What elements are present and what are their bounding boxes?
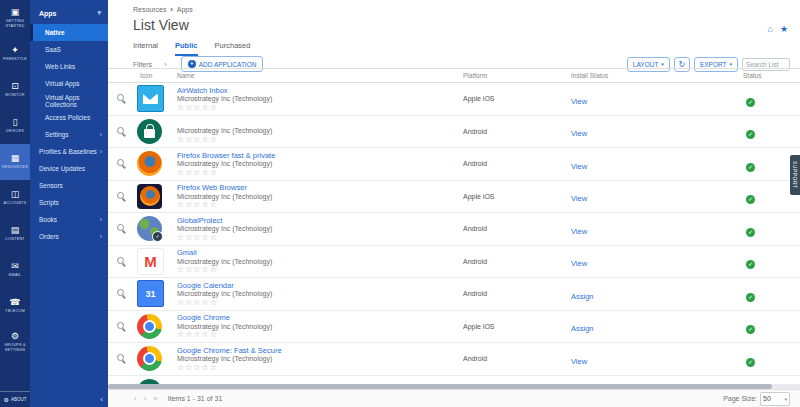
tab[interactable]: Purchased [215, 41, 251, 56]
install-status-link[interactable]: View [566, 162, 587, 171]
install-status-link[interactable]: View [566, 227, 587, 236]
app-name-link[interactable]: Firefox Web Browser [177, 183, 458, 192]
status-ok-icon: ✓ [746, 130, 755, 139]
rail-item-label: TELECOM [5, 309, 25, 314]
rail-item[interactable]: ⊡ MONITOR [0, 72, 30, 108]
chrome-icon [137, 346, 162, 371]
platform-column-header[interactable]: Platform [458, 72, 566, 79]
install-status-link[interactable]: View [566, 259, 587, 268]
breadcrumb-root[interactable]: Resources [133, 6, 166, 13]
row-magnifier-icon[interactable] [115, 256, 126, 267]
status-ok-icon: ✓ [746, 293, 755, 302]
app-name-link[interactable]: GlobalProtect [177, 216, 458, 225]
page-next-icon[interactable]: › [144, 394, 147, 403]
nav-item-label: Web Links [45, 63, 75, 70]
rail-item[interactable]: ⚙ GROUPS & SETTINGS [0, 324, 30, 360]
page-size-select[interactable]: 50 ▾ [760, 392, 790, 406]
nav-item[interactable]: Sensors [30, 177, 108, 194]
app-vendor: Microstrategy Inc (Technology) [177, 127, 458, 136]
nav-item[interactable]: Native [30, 24, 108, 41]
rail-item-icon: ✦ [11, 46, 19, 55]
rail-item[interactable]: ◫ ACCOUNTS [0, 180, 30, 216]
nav-item[interactable]: SaaS [30, 41, 108, 58]
rail-item-icon: ⊡ [11, 82, 19, 91]
about-button[interactable]: ⚙ ABOUT [0, 391, 30, 407]
nav-item[interactable]: Virtual Apps [30, 75, 108, 92]
app-vendor: Microstrategy Inc (Technology) [177, 193, 458, 202]
rail-item[interactable]: ▤ CONTENT [0, 216, 30, 252]
filters-toggle[interactable]: Filters [133, 61, 152, 68]
breadcrumb-current[interactable]: Apps [177, 6, 193, 13]
nav-item[interactable]: Virtual Apps Collections [30, 92, 108, 109]
row-magnifier-icon[interactable] [115, 223, 126, 234]
layout-label: LAYOUT [633, 61, 659, 68]
install-status-link[interactable]: View [566, 97, 587, 106]
install-status-column-header[interactable]: Install Status [566, 72, 738, 79]
install-status-link[interactable]: View [566, 357, 587, 366]
nav-item[interactable]: Device Updates [30, 160, 108, 177]
nav-item[interactable]: Profiles & Baselines › [30, 143, 108, 160]
favorite-star-icon[interactable]: ★ [780, 24, 788, 34]
chevron-down-icon: ▾ [661, 61, 664, 67]
row-magnifier-icon[interactable] [115, 288, 126, 299]
nav-item[interactable]: Scripts [30, 194, 108, 211]
rail-item[interactable]: ✉ EMAIL [0, 252, 30, 288]
nav-item[interactable]: Web Links [30, 58, 108, 75]
app-platform: Apple iOS [458, 323, 566, 330]
nav-section-apps[interactable]: Apps ▾ [30, 0, 108, 24]
page-prev-icon[interactable]: ‹ [134, 394, 137, 403]
app-name-link[interactable] [177, 118, 458, 127]
home-icon[interactable]: ⌂ [767, 24, 772, 34]
page-last-icon[interactable]: » [153, 394, 157, 403]
chevron-right-icon: › [100, 131, 102, 138]
row-magnifier-icon[interactable] [115, 191, 126, 202]
row-magnifier-icon[interactable] [115, 353, 126, 364]
app-rating-stars: ☆☆☆☆☆ [177, 234, 458, 242]
panel-collapse-icon[interactable]: ‹ [100, 395, 103, 404]
rail-item-label: DEVICES [6, 129, 24, 134]
airwatch-inbox-icon [137, 85, 164, 112]
install-status-link[interactable]: View [566, 194, 587, 203]
app-platform: Apple iOS [458, 193, 566, 200]
app-name-link[interactable]: Google Chrome [177, 313, 458, 322]
nav-item[interactable]: Access Policies [30, 109, 108, 126]
app-vendor: Microstrategy Inc (Technology) [177, 95, 458, 104]
row-magnifier-icon[interactable] [115, 93, 126, 104]
rail-item[interactable]: ☎ TELECOM [0, 288, 30, 324]
status-column-header[interactable]: Status [738, 72, 800, 79]
app-name-link[interactable]: Firefox Browser fast & private [177, 151, 458, 160]
chevron-down-icon: ▾ [784, 396, 787, 402]
app-name-link[interactable]: AirWatch Inbox [177, 86, 458, 95]
quick-actions: ⌂ ★ [767, 24, 788, 34]
rail-item[interactable]: ▦ RESOURCES [0, 144, 30, 180]
rail-item-label: GETTING STARTED [1, 19, 29, 28]
app-platform: Android [458, 258, 566, 265]
app-name-link[interactable]: Google Chrome: Fast & Secure [177, 346, 458, 355]
breadcrumb: Resources › Apps [133, 6, 193, 13]
icon-column-header[interactable]: Icon [132, 72, 172, 79]
install-status-link[interactable]: View [566, 129, 587, 138]
status-ok-icon: ✓ [746, 325, 755, 334]
nav-item[interactable]: Books › [30, 211, 108, 228]
page-size-value: 50 [763, 395, 771, 402]
primary-nav-rail: ▣ GETTING STARTED ✦ FREESTYLE ⊡ MONITOR … [0, 0, 30, 407]
row-magnifier-icon[interactable] [115, 158, 126, 169]
support-tab[interactable]: SUPPORT [790, 155, 800, 195]
app-name-link[interactable]: Google Calendar [177, 281, 458, 290]
rail-item[interactable]: ▯ DEVICES [0, 108, 30, 144]
name-column-header[interactable]: Name [172, 72, 458, 79]
row-magnifier-icon[interactable] [115, 321, 126, 332]
row-magnifier-icon[interactable] [115, 126, 126, 137]
app-name-link[interactable]: Gmail [177, 248, 458, 257]
install-status-link[interactable]: Assign [566, 292, 594, 301]
nav-item[interactable]: Orders › [30, 228, 108, 245]
nav-item-label: Virtual Apps [45, 80, 80, 87]
rail-item[interactable]: ✦ FREESTYLE [0, 36, 30, 72]
install-status-link[interactable]: Assign [566, 324, 594, 333]
app-vendor: Microstrategy Inc (Technology) [177, 323, 458, 332]
tab[interactable]: Public [175, 41, 198, 56]
tab[interactable]: Internal [133, 41, 158, 56]
rail-item-icon: ▦ [11, 154, 20, 163]
rail-item[interactable]: ▣ GETTING STARTED [0, 0, 30, 36]
nav-item[interactable]: Settings › [30, 126, 108, 143]
